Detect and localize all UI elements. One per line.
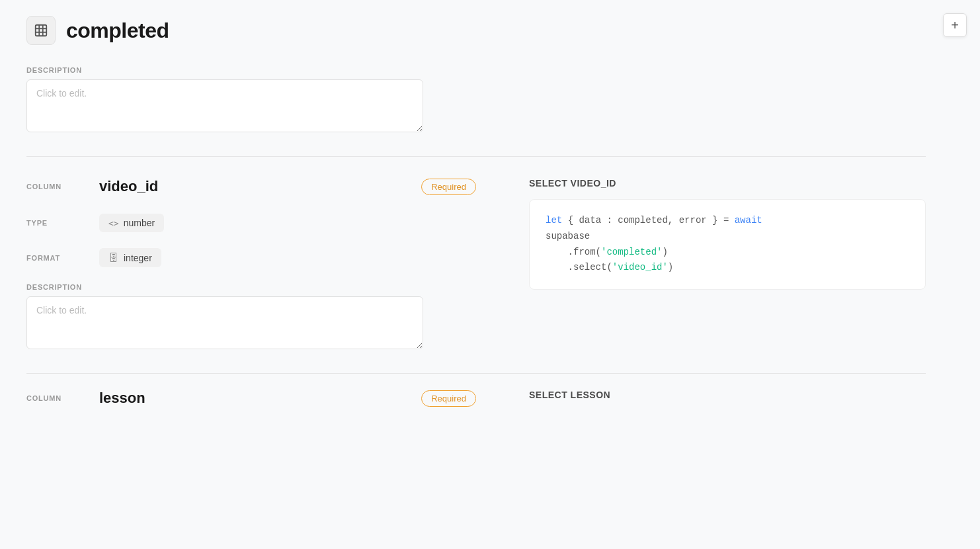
column-left-video-id: COLUMN video_id Required TYPE <> number …	[26, 178, 476, 352]
column-field-label: COLUMN	[26, 183, 86, 190]
lesson-name-row: COLUMN lesson Required	[26, 390, 476, 407]
type-label: TYPE	[26, 219, 86, 227]
column-section-video-id: COLUMN video_id Required TYPE <> number …	[26, 178, 926, 352]
code-section-title-video-id: SELECT VIDEO_ID	[529, 178, 926, 189]
column-description-textarea[interactable]	[26, 296, 423, 349]
lesson-required-badge: Required	[421, 390, 476, 407]
code-from-close: )	[662, 247, 667, 257]
svg-rect-0	[36, 25, 47, 36]
format-row: FORMAT 🗄 integer	[26, 248, 476, 267]
column-description-label: DESCRIPTION	[26, 283, 476, 291]
lesson-column-name: lesson	[99, 390, 145, 407]
column-right-lesson: SELECT LESSON	[529, 390, 926, 425]
column-description-section: DESCRIPTION	[26, 283, 476, 352]
type-icon: <>	[108, 218, 119, 228]
column-right-video-id: SELECT VIDEO_ID let { data : completed, …	[529, 178, 926, 352]
column-left-lesson: COLUMN lesson Required	[26, 390, 476, 425]
description-textarea[interactable]	[26, 79, 423, 132]
code-supabase: supabase	[546, 231, 590, 241]
code-colon: : completed, error } =	[606, 215, 734, 226]
code-column-name: 'video_id'	[612, 262, 668, 273]
code-select-close: )	[668, 262, 673, 273]
code-data-kw: data	[579, 215, 601, 226]
type-row: TYPE <> number	[26, 214, 476, 232]
code-section-title-lesson: SELECT LESSON	[529, 390, 926, 400]
column-name: video_id	[99, 178, 158, 195]
description-section: DESCRIPTION	[26, 66, 926, 135]
type-badge[interactable]: <> number	[99, 214, 164, 232]
column-divider	[26, 373, 926, 374]
code-table-name: 'completed'	[601, 247, 662, 257]
description-label: DESCRIPTION	[26, 66, 926, 74]
code-destructure: {	[568, 215, 579, 226]
code-let: let	[546, 215, 562, 226]
required-badge: Required	[421, 179, 476, 195]
code-block-video-id: let { data : completed, error } = await …	[529, 199, 926, 290]
add-button[interactable]: +	[943, 13, 967, 37]
table-icon	[26, 16, 56, 45]
page-title: completed	[66, 19, 169, 43]
format-badge[interactable]: 🗄 integer	[99, 248, 161, 267]
db-icon: 🗄	[108, 252, 118, 263]
column-name-row: COLUMN video_id Required	[26, 178, 476, 195]
code-await: await	[735, 215, 762, 226]
lesson-column-label: COLUMN	[26, 394, 86, 402]
type-value: number	[124, 218, 155, 228]
code-from-dot: .from(	[546, 247, 601, 257]
column-section-lesson: COLUMN lesson Required SELECT LESSON	[26, 390, 926, 425]
code-select-dot: .select(	[546, 262, 612, 273]
page-header: completed	[26, 16, 926, 45]
format-value: integer	[124, 253, 152, 263]
format-label: FORMAT	[26, 254, 86, 262]
section-divider	[26, 156, 926, 157]
